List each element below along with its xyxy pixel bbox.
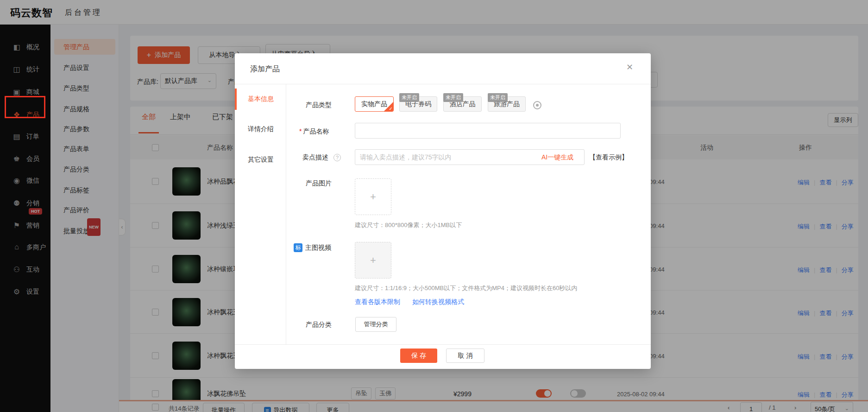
image-upload-box[interactable]: + [355, 178, 391, 215]
not-enabled-badge: 未开启 [399, 93, 419, 102]
upload-plus-icon: + [370, 254, 376, 266]
product-name-input[interactable] [355, 123, 621, 139]
product-name-label: *产品名称 [299, 127, 329, 136]
modal-footer-divider [235, 344, 651, 345]
convert-format-link[interactable]: 如何转换视频格式 [412, 298, 464, 306]
preview-eye-icon[interactable] [533, 101, 541, 109]
manage-category-button[interactable]: 管理分类 [355, 317, 396, 332]
view-example-link[interactable]: 【查看示例】 [589, 153, 628, 162]
not-enabled-badge: 未开启 [443, 93, 463, 102]
ai-generate-button[interactable]: AI一键生成 [541, 153, 573, 162]
version-limit-link[interactable]: 查看各版本限制 [355, 298, 400, 306]
type-option-label: 实物产品 [361, 100, 387, 108]
selling-point-label: 卖点描述 [302, 153, 328, 162]
main-video-label: 主图视频 [305, 244, 331, 252]
modal-tab-other-settings[interactable]: 其它设置 [248, 156, 274, 164]
required-asterisk: * [299, 127, 302, 135]
cancel-label: 取 消 [458, 352, 473, 360]
upload-plus-icon: + [370, 191, 376, 203]
modal-title: 添加产品 [250, 64, 280, 74]
modal-tab-divider [286, 84, 286, 344]
label-badge-icon: 标 [294, 243, 302, 252]
add-product-modal: 添加产品 ✕ 基本信息 详情介绍 其它设置 产品类型 实物产品 ✓ 未开启 电子… [235, 53, 651, 369]
save-label: 保 存 [411, 352, 426, 360]
type-option-physical[interactable]: 实物产品 ✓ [355, 96, 394, 112]
product-name-label-text: 产品名称 [303, 127, 329, 135]
cancel-button[interactable]: 取 消 [446, 349, 484, 363]
annotation-highlight-box [5, 96, 45, 118]
active-modal-tab-bar [235, 89, 237, 110]
check-icon: ✓ [389, 106, 393, 111]
image-hint: 建议尺寸：800*800像素；大小1MB以下 [355, 221, 462, 229]
close-icon[interactable]: ✕ [626, 62, 633, 72]
modal-tab-basic-info[interactable]: 基本信息 [248, 95, 274, 103]
save-button[interactable]: 保 存 [400, 349, 437, 363]
modal-tab-detail[interactable]: 详情介绍 [248, 125, 274, 133]
app-root: 码云数智 后台管理 ◧ 概况 ◫ 统计 ▣ 商城 ❖ 产品 ▤ 订单 ♚ 会员 … [0, 0, 868, 412]
help-icon: ? [333, 154, 341, 161]
product-image-label: 产品图片 [306, 179, 332, 188]
product-type-label: 产品类型 [306, 101, 332, 109]
video-upload-box[interactable]: + [355, 242, 391, 279]
product-category-label: 产品分类 [306, 321, 332, 329]
not-enabled-badge: 未开启 [488, 93, 508, 102]
modal-header-divider [235, 84, 651, 84]
video-hint: 建议尺寸：1:1/16:9；大小500MB以下；文件格式为MP4；建议视频时长在… [355, 284, 577, 292]
manage-category-label: 管理分类 [364, 320, 388, 329]
